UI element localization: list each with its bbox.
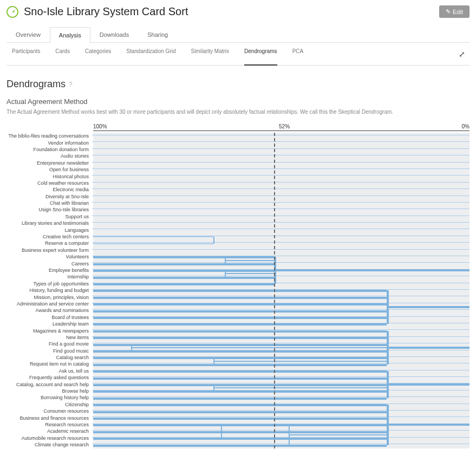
- dendrogram-row: Foundation donation form: [6, 146, 470, 153]
- section-heading: Dendrograms: [6, 79, 66, 90]
- help-icon[interactable]: ?: [69, 81, 73, 88]
- row-label: Open for business: [6, 167, 92, 172]
- row-label: Citizenship: [6, 402, 92, 407]
- subtab-standardization-grid[interactable]: Standardization Grid: [126, 48, 175, 60]
- row-label: Employee benefits: [6, 268, 92, 273]
- dendrogram-row: Support us: [6, 213, 470, 220]
- row-label: Careers: [6, 261, 92, 266]
- row-label: Business expert volunteer form: [6, 248, 92, 253]
- row-label: Diversity at Sno-Isle: [6, 194, 92, 199]
- dendrogram-row: Usign Sno-Isle libraries: [6, 206, 470, 213]
- app-logo-icon: [6, 6, 18, 18]
- row-label: Audio stories: [6, 153, 92, 159]
- dendrogram-row: Electronic media: [6, 186, 470, 193]
- row-label: Types of job opportunities: [6, 281, 92, 287]
- dendrogram-row: Languages: [6, 226, 470, 233]
- dendrogram-row: Library stories and testimonials: [6, 220, 470, 226]
- row-label: Vendor information: [6, 140, 92, 146]
- axis-left-label: 100%: [93, 123, 107, 129]
- dendrogram-row: The biblio-files reading conversations: [6, 133, 470, 139]
- row-label: New items: [6, 335, 92, 340]
- subtab-dendrograms[interactable]: Dendrograms: [244, 48, 277, 66]
- subtab-cards[interactable]: Cards: [55, 48, 70, 60]
- row-label: Cold weather resources: [6, 180, 92, 186]
- row-label: Creative tech centers: [6, 234, 92, 239]
- dendrogram-row: Historical photos: [6, 173, 470, 179]
- dendrogram-row: Vendor information: [6, 139, 470, 146]
- row-label: Library stories and testimonials: [6, 220, 92, 226]
- section-description: The Actual Agreement Method works best w…: [6, 109, 470, 115]
- row-label: Business and finance resources: [6, 415, 92, 421]
- tab-analysis[interactable]: Analysis: [50, 27, 90, 43]
- tab-downloads[interactable]: Downloads: [90, 27, 138, 42]
- row-label: Internship: [6, 274, 92, 279]
- row-label: Magazines & newspapers: [6, 328, 92, 334]
- row-label: Leadership team: [6, 321, 92, 327]
- dendrogram-row: Cold weather resources: [6, 180, 470, 186]
- row-label: Browse help: [6, 388, 92, 394]
- row-label: Administration and service center: [6, 301, 92, 307]
- row-label: Languages: [6, 227, 92, 233]
- dendrogram-row: Chat with librarian: [6, 200, 470, 206]
- axis-mid-label: 52%: [279, 123, 290, 129]
- row-label: Ask us, tell us: [6, 368, 92, 374]
- row-label: Consumer resources: [6, 408, 92, 414]
- dendrogram-row: Reserve a computer: [6, 240, 470, 246]
- subtab-categories[interactable]: Categories: [85, 48, 111, 60]
- dendrogram-row: Open for business: [6, 166, 470, 173]
- tab-overview[interactable]: Overview: [6, 27, 50, 42]
- row-label: Catalog search: [6, 355, 92, 360]
- row-label: Catalog, account and search help: [6, 382, 92, 387]
- dendrogram-row: Audio stories: [6, 153, 470, 159]
- subtab-participants[interactable]: Participants: [12, 48, 40, 60]
- row-label: Historical photos: [6, 174, 92, 179]
- section-subtitle: Actual Agreement Method: [6, 97, 470, 106]
- page-title: Sno-Isle Library System Card Sort: [24, 5, 188, 18]
- dendrogram-chart: 100% 52% 0% The biblio-files reading con…: [6, 123, 470, 448]
- row-label: Chat with librarian: [6, 200, 92, 206]
- row-label: Borrowing history help: [6, 395, 92, 400]
- row-label: Support us: [6, 214, 92, 219]
- row-label: Board of trustees: [6, 315, 92, 320]
- expand-icon[interactable]: ⤢: [459, 50, 470, 58]
- row-label: Research resources: [6, 422, 92, 427]
- row-label: Awards and nominations: [6, 308, 92, 313]
- dendrogram-row: Creative tech centers: [6, 233, 470, 240]
- row-label: History, funding and budget: [6, 288, 92, 293]
- row-label: Find a good movie: [6, 341, 92, 347]
- subtab-similarity-matrix[interactable]: Similarity Matrix: [191, 48, 229, 60]
- row-label: Climate change research: [6, 442, 92, 447]
- row-label: Usign Sno-Isle libraries: [6, 207, 92, 212]
- axis-right-label: 0%: [462, 123, 470, 129]
- edit-button[interactable]: ✎ Edit: [439, 5, 470, 18]
- row-label: Find good music: [6, 348, 92, 354]
- row-label: Volunteers: [6, 254, 92, 259]
- subtab-pca[interactable]: PCA: [292, 48, 304, 60]
- dendrogram-row: Business expert volunteer form: [6, 247, 470, 253]
- tab-sharing[interactable]: Sharing: [138, 27, 177, 42]
- primary-tabs: OverviewAnalysisDownloadsSharing: [6, 27, 470, 43]
- row-label: Mission, principles, vision: [6, 295, 92, 300]
- row-label: Request item not in catalog: [6, 361, 92, 367]
- row-label: Reserve a computer: [6, 240, 92, 246]
- dendrogram-row: Enterpreneur newsletter: [6, 160, 470, 166]
- dendrogram-row: Diversity at Sno-Isle: [6, 193, 470, 200]
- row-label: Automobile research resources: [6, 435, 92, 441]
- row-label: Foundation donation form: [6, 147, 92, 152]
- pencil-icon: ✎: [446, 8, 451, 15]
- row-label: Electronic media: [6, 187, 92, 192]
- row-label: Academic reserach: [6, 428, 92, 434]
- row-label: Enterpreneur newsletter: [6, 160, 92, 166]
- row-label: Frequently asked questions: [6, 375, 92, 380]
- row-label: The biblio-files reading conversations: [6, 133, 92, 139]
